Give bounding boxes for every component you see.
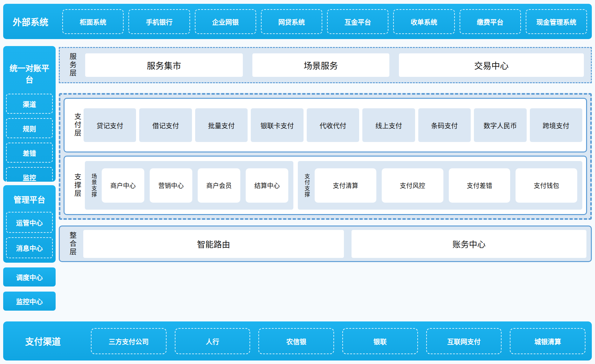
scene-support-card: 商户中心 [102,168,144,203]
service-card: 交易中心 [399,53,584,77]
scene-support-panel: 场景支撑 商户中心 营销中心 商户会员 结算中心 [85,161,293,210]
payment-item: 跨境支付 [530,108,582,142]
monitoring-center-box: 监控中心 [3,292,56,311]
payment-item: 代收代付 [307,108,359,142]
support-layer-panel: 支撑层 场景支撑 商户中心 营销中心 商户会员 结算中心 支付支撑 支付清算 支… [64,156,587,215]
payment-channel-item: 人行 [175,328,250,354]
management-item: 消息中心 [6,237,53,258]
external-system-item: 现金管理系统 [526,9,587,34]
scene-support-card: 商户会员 [198,168,240,203]
payment-channels-title: 支付渠道 [3,335,83,347]
payment-channel-item: 农信银 [258,328,334,354]
payment-item: 线上支付 [362,108,415,142]
integration-layer-panel: 整合层 智能路由 账务中心 [59,226,592,262]
payment-channel-item: 互联网支付 [426,328,502,354]
scene-support-label: 场景支撑 [89,173,96,198]
external-systems-title: 外部系统 [3,15,58,28]
scene-support-card: 营销中心 [150,168,192,203]
integration-card: 账务中心 [352,230,586,258]
reconciliation-platform-panel: 统一对账平台 渠道 规则 差错 监控 [3,46,56,182]
payment-channels-items: 三方支付公司 人行 农信银 银联 互联网支付 城银清算 [91,328,585,354]
service-card: 场景服务 [252,53,389,77]
payment-item: 批量支付 [195,108,248,142]
payment-support-panel: 支付支撑 支付清算 支付风控 支付差错 支付钱包 [298,161,582,210]
payment-item: 数字人民币 [474,108,526,142]
payment-channels-bar: 支付渠道 三方支付公司 人行 农信银 银联 互联网支付 城银清算 [3,321,592,361]
management-platform-panel: 管理平台 运管中心 消息中心 [3,185,56,263]
payment-support-card: 支付钱包 [516,168,577,203]
external-system-item: 企业网银 [195,9,256,34]
core-layers-container: 支付层 贷记支付 借记支付 批量支付 银联卡支付 代收代付 线上支付 条码支付 … [59,93,592,220]
payment-item: 条码支付 [418,108,471,142]
payment-support-card: 支付清算 [315,168,376,203]
reconciliation-item: 渠道 [6,94,53,114]
payment-layer-label: 支付层 [68,113,80,138]
payment-item: 银联卡支付 [251,108,303,142]
support-layer-label: 支撑层 [68,173,80,198]
payment-channel-item: 银联 [342,328,418,354]
external-systems-items: 柜面系统 手机银行 企业网银 网贷系统 互金平台 收单系统 缴费平台 现金管理系… [62,9,587,34]
integration-card: 智能路由 [83,230,344,258]
external-system-item: 柜面系统 [62,9,124,34]
external-systems-bar: 外部系统 柜面系统 手机银行 企业网银 网贷系统 互金平台 收单系统 缴费平台 … [3,4,592,39]
payment-channel-item: 三方支付公司 [91,328,167,354]
external-system-item: 缴费平台 [460,9,521,34]
payment-layer-panel: 支付层 贷记支付 借记支付 批量支付 银联卡支付 代收代付 线上支付 条码支付 … [64,98,587,152]
external-system-item: 收单系统 [393,9,455,34]
payment-support-card: 支付风控 [382,168,443,203]
integration-layer-label: 整合层 [64,232,76,256]
external-system-item: 互金平台 [327,9,388,34]
external-system-item: 手机银行 [128,9,190,34]
payment-support-label: 支付支撑 [302,173,309,198]
reconciliation-item: 规则 [6,118,53,138]
service-layer-panel: 服务层 服务集市 场景服务 交易中心 [59,47,592,83]
reconciliation-item: 监控 [6,167,53,187]
management-item: 运管中心 [6,212,53,233]
reconciliation-item: 差错 [6,143,53,163]
service-layer-label: 服务层 [64,53,76,78]
management-platform-title: 管理平台 [6,185,53,212]
external-system-item: 网贷系统 [261,9,322,34]
dispatch-center-box: 调度中心 [3,267,56,286]
payment-channel-item: 城银清算 [510,328,585,354]
payment-item: 借记支付 [139,108,192,142]
payment-item: 贷记支付 [84,108,136,142]
payment-support-card: 支付差错 [449,168,510,203]
service-card: 服务集市 [85,53,243,77]
reconciliation-platform-title: 统一对账平台 [6,46,53,94]
scene-support-card: 结算中心 [246,168,288,203]
